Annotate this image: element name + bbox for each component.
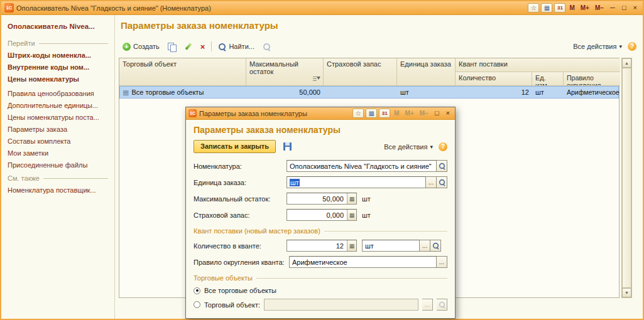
dialog-maximize-button[interactable]: □ <box>432 109 442 118</box>
column-header-safety-stock[interactable]: Страховой запас <box>324 58 397 86</box>
scale-m-minus-button[interactable]: М− <box>593 4 606 11</box>
sidebar-item-my-notes[interactable]: Мои заметки <box>1 147 114 159</box>
sidebar-item-barcodes[interactable]: Штрих-коды номенкла... <box>1 50 114 61</box>
nomenclature-lookup-button[interactable] <box>437 160 447 172</box>
favorites-star-icon[interactable]: ☆ <box>352 109 364 118</box>
delete-button[interactable]: × <box>199 41 207 52</box>
column-header-rounding[interactable]: Правило округления <box>564 72 620 86</box>
max-balance-field[interactable]: 50,000 ▦ <box>287 193 357 205</box>
save-and-close-button[interactable]: Записать и закрыть <box>194 140 276 153</box>
order-unit-select-button[interactable]: ... <box>426 176 437 188</box>
column-header-quantity[interactable]: Количество <box>456 72 532 86</box>
quant-unit-field[interactable]: шт <box>362 240 420 252</box>
cell-max-balance: 50,000 <box>246 86 324 99</box>
nomenclature-label: Номенклатура: <box>194 163 287 170</box>
copy-button[interactable] <box>166 41 178 52</box>
safety-stock-label: Страховой запас: <box>194 211 287 219</box>
quant-qty-field[interactable]: 12 ▦ <box>287 240 357 252</box>
radio-all-trade-objects[interactable] <box>194 287 200 294</box>
rounding-select-button[interactable]: ... <box>437 256 447 268</box>
save-button[interactable] <box>280 141 294 153</box>
close-button[interactable]: × <box>631 3 640 13</box>
column-header-order-unit[interactable]: Единица заказа <box>397 58 456 86</box>
dialog-close-button[interactable]: × <box>444 109 452 118</box>
scale-m-button[interactable]: М <box>567 4 576 11</box>
safety-stock-field[interactable]: 0,000 ▦ <box>287 209 357 221</box>
calculator-button[interactable]: ▦ <box>347 240 356 251</box>
quant-group-header: Квант поставки (новый мастер заказов) <box>194 227 447 235</box>
pencil-icon <box>184 43 192 51</box>
dialog-all-actions-button[interactable]: Все действия ▾ <box>382 142 435 152</box>
clear-search-button[interactable] <box>261 41 273 52</box>
calculator-button[interactable]: ▦ <box>347 210 356 220</box>
order-unit-field[interactable]: шт <box>287 176 426 188</box>
main-titlebar: 1С Ополаскиватель Nivea "Гладкость и сия… <box>1 1 643 15</box>
calculator-icon[interactable]: ▦ <box>541 3 552 13</box>
quant-unit-select-button[interactable]: ... <box>420 240 430 252</box>
sidebar-item-prices[interactable]: Цены номенклатуры <box>1 73 114 85</box>
edit-button[interactable] <box>182 41 194 52</box>
chevron-down-icon: ▾ <box>619 43 622 50</box>
trade-object-field <box>264 299 418 311</box>
quant-unit-lookup-button[interactable] <box>430 240 441 252</box>
radio-single-trade-object[interactable] <box>194 301 200 308</box>
column-header-unit[interactable]: Ед. изм. <box>532 72 564 86</box>
plus-icon: + <box>123 43 131 51</box>
max-balance-label: Максимальный остаток: <box>194 195 287 203</box>
dialog-actions-right: Все действия ▾ ? <box>382 142 447 152</box>
scrollbar-thumb[interactable] <box>622 68 631 288</box>
column-header-max-balance-label: Максимальный остаток <box>249 60 298 75</box>
nomenclature-row: Номенклатура: Ополаскиватель Nivea "Глад… <box>194 160 447 172</box>
calendar-icon[interactable]: 31 <box>379 109 390 118</box>
sidebar-item-order-parameters[interactable]: Параметры заказа <box>1 124 114 136</box>
minimize-button[interactable]: ─ <box>608 3 618 13</box>
dialog-help-button[interactable]: ? <box>439 142 447 151</box>
sidebar-item-attached-files[interactable]: Присоединенные файлы <box>1 159 114 171</box>
trade-object-select-button: ... <box>422 299 433 311</box>
create-button[interactable]: + Создать <box>121 41 161 52</box>
all-actions-button[interactable]: Все действия ▾ <box>571 41 624 51</box>
calculator-button[interactable]: ▦ <box>347 193 356 204</box>
sidebar-item-supplier-nomenclature[interactable]: Номенклатура поставщик... <box>1 184 114 196</box>
sidebar-item-additional-units[interactable]: Дополнительные единицы... <box>1 100 114 112</box>
scroll-down-button[interactable]: ▼ <box>622 288 631 297</box>
help-button[interactable]: ? <box>628 42 636 51</box>
rounding-row: Правило округления кванта: Арифметическо… <box>194 256 447 268</box>
sidebar-item-pricing-rules[interactable]: Правила ценообразования <box>1 88 114 100</box>
column-header-max-balance[interactable]: Максимальный остаток <box>246 58 324 86</box>
all-actions-label: Все действия <box>573 43 616 50</box>
table-row[interactable]: ▦Все торговые объекты 50,000 шт 12 шт Ар… <box>119 86 619 99</box>
calendar-icon[interactable]: 31 <box>554 3 565 13</box>
sort-descending-icon <box>313 76 320 82</box>
order-unit-lookup-button[interactable] <box>437 176 447 188</box>
divider <box>324 231 447 232</box>
rounding-field[interactable]: Арифметическое <box>289 256 437 268</box>
scale-m-plus-button[interactable]: М+ <box>579 4 591 11</box>
favorites-star-icon[interactable]: ☆ <box>528 3 539 13</box>
find-button[interactable]: Найти... <box>216 41 256 52</box>
calculator-icon[interactable]: ▦ <box>366 109 377 118</box>
nomenclature-field[interactable]: Ополаскиватель Nivea "Гладкость и сияние… <box>287 160 437 172</box>
maximize-button[interactable]: □ <box>619 3 629 13</box>
sidebar-item-supplier-prices[interactable]: Цены номенклатуры поста... <box>1 112 114 124</box>
column-header-quant-group[interactable]: Квант поставки <box>456 58 620 72</box>
sidebar-item-kit-contents[interactable]: Составы комплекта <box>1 136 114 147</box>
sidebar-item-internal-codes[interactable]: Внутренние коды ном... <box>1 61 114 73</box>
vertical-scrollbar[interactable]: ▲ ▼ <box>621 58 632 298</box>
dialog-body: Параметры заказа номенклатуры Записать и… <box>186 120 455 318</box>
order-unit-label: Единица заказа: <box>194 179 287 186</box>
sidebar-object-link[interactable]: Ополаскиватель Nivea... <box>1 20 114 36</box>
sidebar: Ополаскиватель Nivea... Перейти Штрих-ко… <box>1 15 115 319</box>
sidebar-section-goto-label: Перейти <box>8 40 35 47</box>
cell-order-unit: шт <box>397 86 456 99</box>
order-parameters-dialog: 1С Параметры заказа номенклатуры ☆ ▦ 31 … <box>185 107 456 319</box>
divider <box>256 278 447 279</box>
column-header-trade-object[interactable]: Торговый объект <box>119 58 246 86</box>
scale-m-plus-button: М+ <box>403 110 416 117</box>
search-icon <box>438 163 445 169</box>
sidebar-section-goto: Перейти <box>1 36 114 50</box>
page-title: Параметры заказа номенклатуры <box>121 20 278 31</box>
divider <box>43 178 108 179</box>
scroll-up-button[interactable]: ▲ <box>622 58 631 68</box>
cell-trade-object-text: Все торговые объекты <box>131 88 204 96</box>
